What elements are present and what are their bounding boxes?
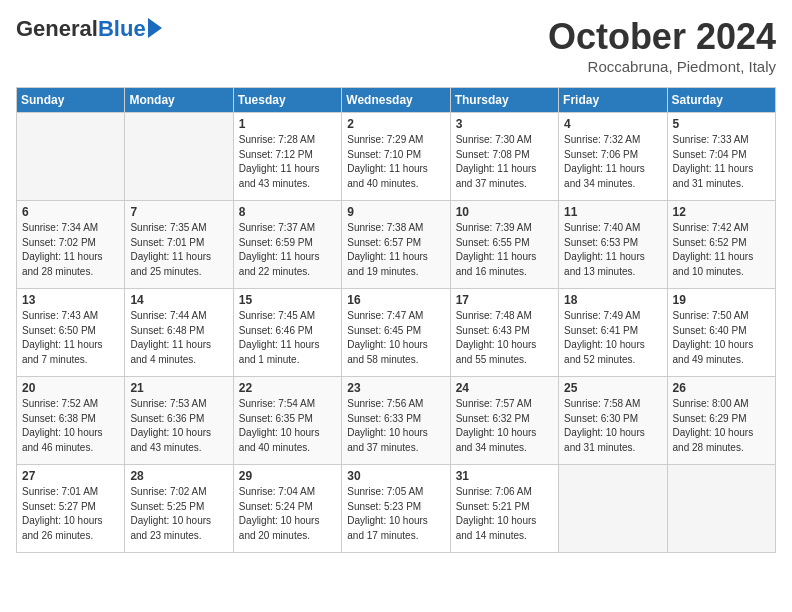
day-number: 30: [347, 469, 444, 483]
day-number: 26: [673, 381, 770, 395]
day-info: Sunrise: 7:37 AM Sunset: 6:59 PM Dayligh…: [239, 221, 336, 279]
location: Roccabruna, Piedmont, Italy: [548, 58, 776, 75]
calendar-cell: 21Sunrise: 7:53 AM Sunset: 6:36 PM Dayli…: [125, 377, 233, 465]
day-info: Sunrise: 7:04 AM Sunset: 5:24 PM Dayligh…: [239, 485, 336, 543]
day-info: Sunrise: 7:39 AM Sunset: 6:55 PM Dayligh…: [456, 221, 553, 279]
day-number: 31: [456, 469, 553, 483]
day-number: 3: [456, 117, 553, 131]
col-header-friday: Friday: [559, 88, 667, 113]
col-header-monday: Monday: [125, 88, 233, 113]
calendar-cell: [17, 113, 125, 201]
calendar-cell: 1Sunrise: 7:28 AM Sunset: 7:12 PM Daylig…: [233, 113, 341, 201]
day-info: Sunrise: 7:52 AM Sunset: 6:38 PM Dayligh…: [22, 397, 119, 455]
calendar-cell: 27Sunrise: 7:01 AM Sunset: 5:27 PM Dayli…: [17, 465, 125, 553]
calendar-cell: 20Sunrise: 7:52 AM Sunset: 6:38 PM Dayli…: [17, 377, 125, 465]
day-number: 17: [456, 293, 553, 307]
day-info: Sunrise: 7:29 AM Sunset: 7:10 PM Dayligh…: [347, 133, 444, 191]
day-number: 18: [564, 293, 661, 307]
day-number: 24: [456, 381, 553, 395]
calendar-cell: 6Sunrise: 7:34 AM Sunset: 7:02 PM Daylig…: [17, 201, 125, 289]
calendar-week-row: 27Sunrise: 7:01 AM Sunset: 5:27 PM Dayli…: [17, 465, 776, 553]
day-info: Sunrise: 7:49 AM Sunset: 6:41 PM Dayligh…: [564, 309, 661, 367]
calendar-cell: 30Sunrise: 7:05 AM Sunset: 5:23 PM Dayli…: [342, 465, 450, 553]
calendar-cell: 4Sunrise: 7:32 AM Sunset: 7:06 PM Daylig…: [559, 113, 667, 201]
calendar-cell: 26Sunrise: 8:00 AM Sunset: 6:29 PM Dayli…: [667, 377, 775, 465]
calendar-cell: 19Sunrise: 7:50 AM Sunset: 6:40 PM Dayli…: [667, 289, 775, 377]
calendar-cell: 31Sunrise: 7:06 AM Sunset: 5:21 PM Dayli…: [450, 465, 558, 553]
col-header-saturday: Saturday: [667, 88, 775, 113]
calendar-header-row: SundayMondayTuesdayWednesdayThursdayFrid…: [17, 88, 776, 113]
calendar-cell: [125, 113, 233, 201]
calendar-cell: 8Sunrise: 7:37 AM Sunset: 6:59 PM Daylig…: [233, 201, 341, 289]
day-number: 11: [564, 205, 661, 219]
day-info: Sunrise: 7:05 AM Sunset: 5:23 PM Dayligh…: [347, 485, 444, 543]
day-info: Sunrise: 7:28 AM Sunset: 7:12 PM Dayligh…: [239, 133, 336, 191]
month-title: October 2024: [548, 16, 776, 58]
day-number: 27: [22, 469, 119, 483]
day-info: Sunrise: 7:30 AM Sunset: 7:08 PM Dayligh…: [456, 133, 553, 191]
day-info: Sunrise: 7:43 AM Sunset: 6:50 PM Dayligh…: [22, 309, 119, 367]
calendar-cell: 2Sunrise: 7:29 AM Sunset: 7:10 PM Daylig…: [342, 113, 450, 201]
day-info: Sunrise: 7:56 AM Sunset: 6:33 PM Dayligh…: [347, 397, 444, 455]
day-number: 28: [130, 469, 227, 483]
day-number: 2: [347, 117, 444, 131]
col-header-wednesday: Wednesday: [342, 88, 450, 113]
day-number: 9: [347, 205, 444, 219]
calendar-cell: 13Sunrise: 7:43 AM Sunset: 6:50 PM Dayli…: [17, 289, 125, 377]
day-info: Sunrise: 8:00 AM Sunset: 6:29 PM Dayligh…: [673, 397, 770, 455]
logo-arrow-icon: [148, 18, 162, 38]
day-number: 21: [130, 381, 227, 395]
calendar-cell: 23Sunrise: 7:56 AM Sunset: 6:33 PM Dayli…: [342, 377, 450, 465]
logo-general-text: General: [16, 16, 98, 42]
col-header-thursday: Thursday: [450, 88, 558, 113]
calendar-cell: 11Sunrise: 7:40 AM Sunset: 6:53 PM Dayli…: [559, 201, 667, 289]
calendar-cell: 15Sunrise: 7:45 AM Sunset: 6:46 PM Dayli…: [233, 289, 341, 377]
calendar-cell: 24Sunrise: 7:57 AM Sunset: 6:32 PM Dayli…: [450, 377, 558, 465]
col-header-tuesday: Tuesday: [233, 88, 341, 113]
day-number: 5: [673, 117, 770, 131]
day-info: Sunrise: 7:33 AM Sunset: 7:04 PM Dayligh…: [673, 133, 770, 191]
day-info: Sunrise: 7:58 AM Sunset: 6:30 PM Dayligh…: [564, 397, 661, 455]
day-info: Sunrise: 7:47 AM Sunset: 6:45 PM Dayligh…: [347, 309, 444, 367]
calendar-cell: 7Sunrise: 7:35 AM Sunset: 7:01 PM Daylig…: [125, 201, 233, 289]
day-number: 10: [456, 205, 553, 219]
day-number: 19: [673, 293, 770, 307]
calendar-cell: 18Sunrise: 7:49 AM Sunset: 6:41 PM Dayli…: [559, 289, 667, 377]
day-info: Sunrise: 7:40 AM Sunset: 6:53 PM Dayligh…: [564, 221, 661, 279]
day-info: Sunrise: 7:06 AM Sunset: 5:21 PM Dayligh…: [456, 485, 553, 543]
day-info: Sunrise: 7:48 AM Sunset: 6:43 PM Dayligh…: [456, 309, 553, 367]
day-info: Sunrise: 7:53 AM Sunset: 6:36 PM Dayligh…: [130, 397, 227, 455]
calendar-cell: 29Sunrise: 7:04 AM Sunset: 5:24 PM Dayli…: [233, 465, 341, 553]
day-number: 15: [239, 293, 336, 307]
day-info: Sunrise: 7:45 AM Sunset: 6:46 PM Dayligh…: [239, 309, 336, 367]
calendar-cell: 17Sunrise: 7:48 AM Sunset: 6:43 PM Dayli…: [450, 289, 558, 377]
day-number: 1: [239, 117, 336, 131]
day-number: 29: [239, 469, 336, 483]
calendar-cell: 5Sunrise: 7:33 AM Sunset: 7:04 PM Daylig…: [667, 113, 775, 201]
calendar-week-row: 6Sunrise: 7:34 AM Sunset: 7:02 PM Daylig…: [17, 201, 776, 289]
calendar-cell: 16Sunrise: 7:47 AM Sunset: 6:45 PM Dayli…: [342, 289, 450, 377]
calendar-cell: 28Sunrise: 7:02 AM Sunset: 5:25 PM Dayli…: [125, 465, 233, 553]
day-number: 20: [22, 381, 119, 395]
calendar-week-row: 13Sunrise: 7:43 AM Sunset: 6:50 PM Dayli…: [17, 289, 776, 377]
day-info: Sunrise: 7:01 AM Sunset: 5:27 PM Dayligh…: [22, 485, 119, 543]
calendar-cell: [667, 465, 775, 553]
day-info: Sunrise: 7:50 AM Sunset: 6:40 PM Dayligh…: [673, 309, 770, 367]
day-info: Sunrise: 7:32 AM Sunset: 7:06 PM Dayligh…: [564, 133, 661, 191]
col-header-sunday: Sunday: [17, 88, 125, 113]
calendar-cell: 25Sunrise: 7:58 AM Sunset: 6:30 PM Dayli…: [559, 377, 667, 465]
day-number: 16: [347, 293, 444, 307]
day-number: 4: [564, 117, 661, 131]
day-number: 14: [130, 293, 227, 307]
day-number: 6: [22, 205, 119, 219]
page-header: General Blue October 2024 Roccabruna, Pi…: [16, 16, 776, 75]
day-number: 23: [347, 381, 444, 395]
day-number: 7: [130, 205, 227, 219]
day-number: 22: [239, 381, 336, 395]
day-info: Sunrise: 7:35 AM Sunset: 7:01 PM Dayligh…: [130, 221, 227, 279]
day-info: Sunrise: 7:02 AM Sunset: 5:25 PM Dayligh…: [130, 485, 227, 543]
day-info: Sunrise: 7:38 AM Sunset: 6:57 PM Dayligh…: [347, 221, 444, 279]
calendar-cell: [559, 465, 667, 553]
day-number: 8: [239, 205, 336, 219]
title-section: October 2024 Roccabruna, Piedmont, Italy: [548, 16, 776, 75]
